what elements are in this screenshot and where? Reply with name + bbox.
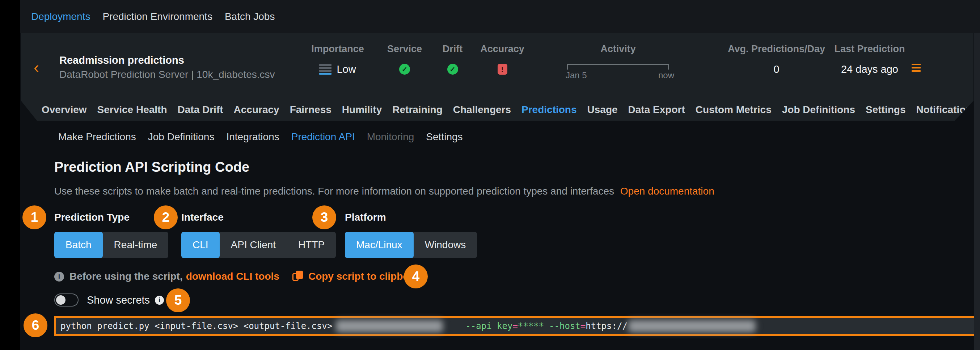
script-equals: =: [512, 321, 517, 331]
subtab-monitoring: Monitoring: [367, 131, 414, 143]
predictions-subtabs: Make Predictions Job Definitions Integra…: [58, 131, 463, 143]
script-host-flag: --host: [549, 321, 581, 331]
tab-accuracy[interactable]: Accuracy: [234, 104, 279, 115]
stat-avg-predictions-value: 0: [725, 63, 828, 76]
annotation-badge-5: 5: [166, 288, 190, 312]
tab-settings[interactable]: Settings: [865, 104, 905, 115]
script-command-text: python predict.py <input-file.csv> <outp…: [60, 321, 332, 331]
importance-bars-icon: [319, 64, 331, 75]
deployment-header-card: ‹ Readmission predictions DataRobot Pred…: [21, 34, 974, 121]
tab-service-health[interactable]: Service Health: [97, 104, 167, 115]
nav-item-prediction-environments[interactable]: Prediction Environments: [102, 11, 212, 22]
back-icon[interactable]: ‹: [33, 59, 39, 75]
annotation-badge-6: 6: [24, 313, 48, 337]
toggle-knob: [56, 295, 65, 305]
stat-service: Service ✓: [377, 43, 432, 76]
annotation-badge-3: 3: [312, 205, 336, 229]
copy-icon: [293, 271, 304, 282]
top-nav: Deployments Prediction Environments Batc…: [20, 0, 980, 34]
tab-humility[interactable]: Humility: [342, 104, 382, 115]
content-area: Deployments Prediction Environments Batc…: [20, 0, 980, 350]
stat-last-prediction-label: Last Prediction: [830, 43, 910, 55]
deployment-subtitle: DataRobot Prediction Server | 10k_diabet…: [59, 69, 275, 80]
stat-avg-predictions: Avg. Predictions/Day 0: [725, 43, 828, 76]
tab-retraining[interactable]: Retraining: [392, 104, 442, 115]
subtab-prediction-api[interactable]: Prediction API: [291, 131, 355, 143]
hamburger-menu-icon[interactable]: [912, 64, 921, 72]
tab-challengers[interactable]: Challengers: [453, 104, 511, 115]
prediction-type-realtime-button[interactable]: Real-time: [103, 232, 169, 258]
script-code-box[interactable]: python predict.py <input-file.csv> <outp…: [54, 316, 980, 336]
page-description-text: Use these scripts to make batch and real…: [54, 185, 614, 197]
platform-mac-linux-button[interactable]: Mac/Linux: [345, 232, 414, 258]
deployment-tabs: Overview Service Health Data Drift Accur…: [41, 102, 977, 117]
tab-data-export[interactable]: Data Export: [628, 104, 685, 115]
script-api-key-masked: *****: [518, 321, 544, 331]
download-cli-tools-link[interactable]: download CLI tools: [186, 271, 279, 282]
show-secrets-row: Show secrets i: [54, 294, 164, 307]
interface-http-button[interactable]: HTTP: [287, 232, 336, 258]
script-api-key-flag: --api_key: [465, 321, 512, 331]
redacted-host-url: [628, 320, 756, 332]
interface-label: Interface: [181, 212, 224, 223]
nav-item-deployments[interactable]: Deployments: [31, 11, 90, 22]
activity-range-start: Jan 5: [566, 70, 587, 80]
scrollbar[interactable]: [974, 34, 980, 350]
stat-importance-value: Low: [337, 63, 356, 75]
interface-toggle-group: CLI API Client HTTP: [181, 232, 336, 258]
drift-passing-icon: ✓: [447, 64, 458, 75]
stat-last-prediction: Last Prediction 24 days ago: [830, 43, 910, 76]
activity-sparkline: [567, 64, 669, 70]
prediction-type-toggle-group: Batch Real-time: [54, 232, 168, 258]
tab-notifications[interactable]: Notifications: [916, 104, 977, 115]
script-note-text: Before using the script,: [70, 271, 183, 282]
subtab-job-definitions[interactable]: Job Definitions: [148, 131, 215, 143]
interface-cli-button[interactable]: CLI: [181, 232, 220, 258]
tab-overview[interactable]: Overview: [41, 104, 87, 115]
platform-windows-button[interactable]: Windows: [414, 232, 477, 258]
show-secrets-toggle[interactable]: [54, 294, 78, 307]
info-icon: i: [54, 272, 64, 281]
annotation-badge-1: 1: [22, 205, 46, 229]
interface-api-client-button[interactable]: API Client: [220, 232, 287, 258]
page-title: Prediction API Scripting Code: [54, 160, 249, 175]
stat-importance: Importance Low: [301, 43, 374, 76]
stat-drift-label: Drift: [432, 43, 473, 55]
subtab-settings[interactable]: Settings: [426, 131, 463, 143]
stat-accuracy: Accuracy !: [475, 43, 530, 76]
show-secrets-label: Show secrets: [87, 294, 150, 306]
stat-activity-label: Activity: [566, 43, 671, 55]
script-note-row: i Before using the script, download CLI …: [54, 271, 425, 282]
script-equals: =: [581, 321, 585, 331]
platform-label: Platform: [345, 212, 386, 223]
screen: Deployments Prediction Environments Batc…: [0, 0, 980, 350]
page-description: Use these scripts to make batch and real…: [54, 185, 714, 197]
service-passing-icon: ✓: [399, 64, 410, 75]
deployment-title: Readmission predictions: [59, 54, 184, 66]
nav-item-batch-jobs[interactable]: Batch Jobs: [225, 11, 275, 22]
stat-last-prediction-value: 24 days ago: [830, 63, 910, 76]
prediction-type-batch-button[interactable]: Batch: [54, 232, 103, 258]
redacted-deployment-id: [336, 320, 443, 332]
annotation-badge-4: 4: [404, 264, 428, 288]
tab-usage[interactable]: Usage: [587, 104, 618, 115]
tab-fairness[interactable]: Fairness: [290, 104, 331, 115]
show-secrets-info-icon[interactable]: i: [155, 296, 164, 305]
prediction-type-label: Prediction Type: [54, 212, 130, 223]
accuracy-failing-icon: !: [498, 64, 508, 75]
tab-job-definitions[interactable]: Job Definitions: [782, 104, 855, 115]
subtab-make-predictions[interactable]: Make Predictions: [58, 131, 136, 143]
tab-custom-metrics[interactable]: Custom Metrics: [695, 104, 772, 115]
script-protocol: https://: [585, 321, 627, 331]
annotation-badge-2: 2: [154, 205, 178, 229]
subtab-integrations[interactable]: Integrations: [226, 131, 279, 143]
activity-range-end: now: [658, 70, 674, 80]
tab-data-drift[interactable]: Data Drift: [178, 104, 223, 115]
open-documentation-link[interactable]: Open documentation: [620, 185, 714, 197]
stat-drift: Drift ✓: [432, 43, 473, 76]
tab-predictions[interactable]: Predictions: [522, 104, 576, 115]
stat-activity: Activity Jan 5 now: [566, 43, 671, 80]
stat-avg-predictions-label: Avg. Predictions/Day: [725, 43, 828, 55]
stat-accuracy-label: Accuracy: [475, 43, 530, 55]
stat-importance-label: Importance: [301, 43, 374, 55]
